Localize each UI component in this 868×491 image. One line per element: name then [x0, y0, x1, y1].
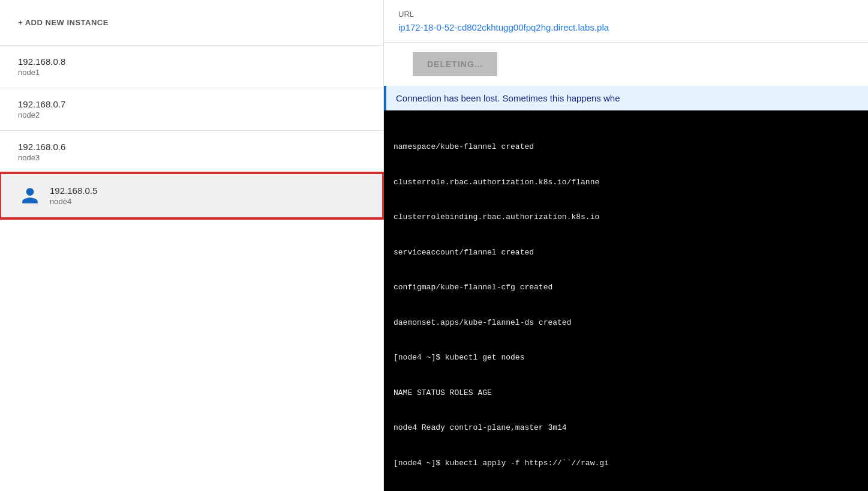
instance-ip-node1: 192.168.0.8	[18, 56, 65, 67]
avatar	[19, 185, 41, 206]
right-panel: URL ip172-18-0-52-cd802ckhtugg00fpq2hg.d…	[384, 0, 868, 491]
instance-ip-node2: 192.168.0.7	[18, 99, 65, 109]
instance-item-node2[interactable]: 192.168.0.7 node2	[0, 88, 383, 130]
terminal-line-3: serviceaccount/flannel created	[394, 247, 858, 259]
terminal-line-5: daemonset.apps/kube-flannel-ds created	[394, 317, 858, 329]
url-label: URL	[398, 10, 854, 19]
instance-item-node4[interactable]: 192.168.0.5 node4	[0, 173, 383, 218]
url-section: URL ip172-18-0-52-cd802ckhtugg00fpq2hg.d…	[384, 0, 868, 43]
instance-hostname-node2: node2	[18, 110, 65, 119]
instance-info-node4: 192.168.0.5 node4	[50, 185, 97, 206]
terminal-line-6: [node4 ~]$ kubectl get nodes	[394, 352, 858, 364]
deleting-button[interactable]: DELETING...	[413, 52, 497, 76]
instance-list: 192.168.0.8 node1 192.168.0.7 node2 192.…	[0, 45, 383, 218]
instance-item-node3[interactable]: 192.168.0.6 node3	[0, 130, 383, 173]
instance-ip-node4: 192.168.0.5	[50, 185, 97, 196]
instance-ip-node3: 192.168.0.6	[18, 142, 65, 152]
sidebar: + ADD NEW INSTANCE 192.168.0.8 node1 192…	[0, 0, 384, 491]
instance-info-node3: 192.168.0.6 node3	[18, 142, 65, 162]
terminal-line-9: [node4 ~]$ kubectl apply -f https://``//…	[394, 457, 858, 469]
add-new-instance-button[interactable]: + ADD NEW INSTANCE	[0, 6, 383, 39]
terminal-line-4: configmap/kube-flannel-cfg created	[394, 282, 858, 294]
terminal-line-0: namespace/kube-flannel created	[394, 141, 858, 153]
terminal-line-2: clusterrolebinding.rbac.authorization.k8…	[394, 211, 858, 223]
terminal-line-1: clusterrole.rbac.authorization.k8s.io/fl…	[394, 176, 858, 188]
terminal-line-7: NAME STATUS ROLES AGE	[394, 387, 858, 399]
instance-hostname-node4: node4	[50, 197, 97, 206]
instance-info-node2: 192.168.0.7 node2	[18, 99, 65, 119]
instance-hostname-node3: node3	[18, 153, 65, 162]
terminal-line-8: node4 Ready control-plane,master 3m14	[394, 422, 858, 434]
url-value: ip172-18-0-52-cd802ckhtugg00fpq2hg.direc…	[398, 22, 854, 32]
connection-lost-banner: Connection has been lost. Sometimes this…	[384, 86, 868, 110]
terminal-output: namespace/kube-flannel created clusterro…	[384, 110, 868, 491]
instance-info-node1: 192.168.0.8 node1	[18, 56, 65, 77]
instance-hostname-node1: node1	[18, 68, 65, 77]
instance-item-node1[interactable]: 192.168.0.8 node1	[0, 45, 383, 88]
